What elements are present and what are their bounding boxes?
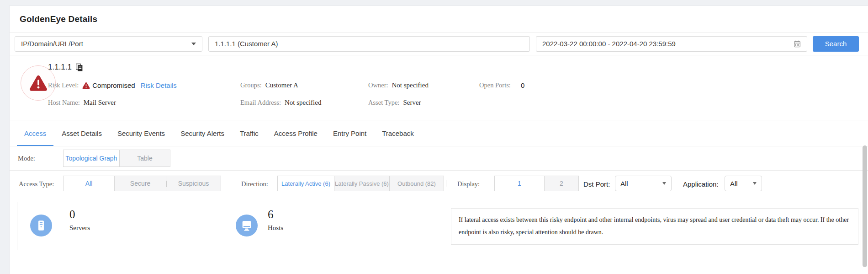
email-field: Email Address: Not specified	[240, 99, 368, 107]
tab-access-profile[interactable]: Access Profile	[267, 120, 325, 146]
display-option-2[interactable]: 2	[545, 176, 579, 191]
asset-type-value: Server	[403, 99, 421, 107]
groups-label: Groups:	[240, 81, 262, 89]
direction-option-laterally-active[interactable]: Laterally Active (6)	[277, 176, 334, 191]
mode-option-table[interactable]: Table	[120, 150, 170, 167]
host-name-field: Host Name: Mail Server	[48, 99, 240, 107]
tab-entry-point[interactable]: Entry Point	[326, 120, 374, 146]
mode-option-topological-graph[interactable]: Topological Graph	[63, 150, 120, 167]
application-select[interactable]: All	[725, 176, 762, 191]
asset-type-field: Asset Type: Server	[368, 99, 479, 107]
open-ports-value: 0	[521, 81, 524, 89]
search-type-select[interactable]: IP/Domain/URL/Port	[15, 36, 202, 52]
groups-field: Groups: Customer A	[240, 81, 368, 89]
open-ports-label: Open Ports:	[479, 81, 511, 89]
calendar-icon[interactable]	[794, 40, 801, 48]
search-query-value: 1.1.1.1 (Customer A)	[215, 40, 278, 48]
dst-port-value: All	[620, 180, 628, 188]
lateral-access-note: If lateral access exists between this ri…	[451, 208, 858, 245]
direction-label: Direction:	[241, 180, 268, 188]
display-option-1[interactable]: 1	[494, 176, 545, 191]
date-range-input[interactable]: 2022-03-22 00:00:00 - 2022-04-20 23:59:5…	[536, 36, 807, 52]
vertical-scrollbar[interactable]	[863, 145, 867, 267]
host-name-value: Mail Server	[84, 99, 116, 107]
chevron-down-icon	[191, 43, 196, 45]
access-summary-panel: 0 Servers 6 Hosts If lateral access exis…	[17, 202, 861, 250]
display-label: Display:	[457, 180, 480, 188]
direction-option-outbound[interactable]: Outbound (82)	[390, 176, 444, 191]
server-icon	[30, 215, 52, 236]
host-icon	[236, 215, 258, 236]
access-type-label: Access Type:	[19, 180, 54, 188]
owner-value: Not specified	[392, 81, 429, 89]
search-query-input[interactable]: 1.1.1.1 (Customer A)	[208, 36, 530, 52]
search-button[interactable]: Search	[813, 36, 859, 52]
access-type-option-secure[interactable]: Secure	[115, 176, 166, 191]
date-range-value: 2022-03-22 00:00:00 - 2022-04-20 23:59:5…	[542, 40, 676, 48]
tab-asset-details[interactable]: Asset Details	[54, 120, 109, 146]
application-label: Application:	[683, 180, 719, 188]
open-ports-field: Open Ports: 0	[479, 81, 859, 89]
page-title: GoldenEye Details	[20, 14, 97, 24]
servers-label: Servers	[69, 224, 90, 232]
warning-triangle-icon	[29, 75, 48, 91]
email-label: Email Address:	[240, 99, 281, 107]
application-value: All	[730, 180, 738, 188]
groups-value: Customer A	[265, 81, 298, 89]
access-type-option-suspicious[interactable]: Suspicious	[166, 176, 221, 191]
asset-ip: 1.1.1.1	[48, 63, 72, 72]
owner-field: Owner: Not specified	[368, 81, 479, 89]
asset-type-label: Asset Type:	[368, 99, 399, 107]
owner-label: Owner:	[368, 81, 388, 89]
risk-level-value: Compromised	[92, 81, 135, 89]
chevron-down-icon	[662, 182, 666, 185]
mode-label: Mode:	[18, 155, 35, 162]
hosts-label: Hosts	[268, 224, 283, 232]
tab-traceback[interactable]: Traceback	[375, 120, 421, 146]
asset-summary: 1.1.1.1 Risk Level:	[10, 55, 868, 120]
risk-level-label: Risk Level:	[48, 81, 79, 89]
detail-tabs: Access Asset Details Security Events Sec…	[10, 120, 868, 146]
tab-security-events[interactable]: Security Events	[110, 120, 172, 146]
dst-port-select[interactable]: All	[615, 176, 672, 191]
servers-count: 0	[69, 208, 90, 221]
tab-access[interactable]: Access	[17, 120, 53, 146]
host-name-label: Host Name:	[48, 99, 80, 107]
email-value: Not specified	[285, 99, 321, 107]
risk-level-field: Risk Level: Compromised Risk Details	[48, 81, 240, 89]
hosts-count: 6	[268, 208, 283, 221]
tab-security-alerts[interactable]: Security Alerts	[173, 120, 232, 146]
main-card: GoldenEye Details IP/Domain/URL/Port 1.1…	[9, 5, 868, 274]
warning-triangle-icon	[82, 82, 90, 89]
filter-row: Access Type: All Secure Suspicious Direc…	[10, 171, 868, 197]
tab-traffic[interactable]: Traffic	[233, 120, 266, 146]
segment-divider	[446, 180, 446, 187]
access-type-option-all[interactable]: All	[63, 176, 115, 191]
copy-icon[interactable]	[76, 64, 83, 71]
mode-row: Mode: Topological Graph Table	[10, 146, 868, 171]
direction-option-laterally-passive[interactable]: Laterally Passive (6)	[334, 176, 390, 191]
chevron-down-icon	[753, 182, 757, 185]
risk-details-link[interactable]: Risk Details	[141, 81, 177, 89]
search-type-select-value: IP/Domain/URL/Port	[21, 40, 83, 48]
title-bar: GoldenEye Details	[10, 6, 868, 32]
dst-port-label: Dst Port:	[583, 180, 610, 188]
search-bar: IP/Domain/URL/Port 1.1.1.1 (Customer A) …	[10, 32, 868, 55]
